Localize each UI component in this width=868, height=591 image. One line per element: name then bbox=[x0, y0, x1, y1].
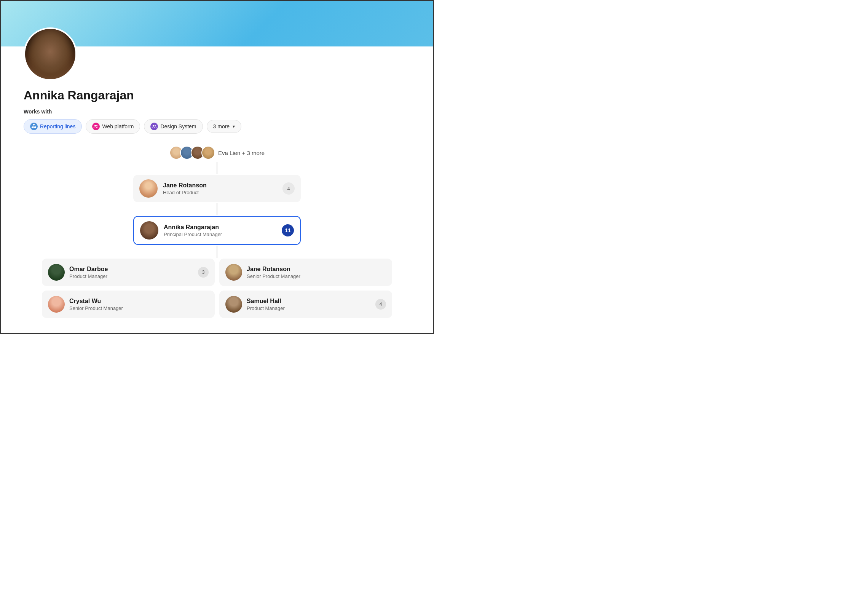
samuel-info: Samuel Hall Product Manager bbox=[247, 298, 375, 311]
svg-rect-3 bbox=[35, 127, 37, 128]
current-badge: 11 bbox=[282, 224, 294, 236]
current-avatar bbox=[140, 221, 158, 240]
report-card-samuel[interactable]: Samuel Hall Product Manager 4 bbox=[219, 291, 392, 318]
samuel-title: Product Manager bbox=[247, 305, 375, 311]
profile-avatar bbox=[24, 27, 77, 81]
chip-web-platform[interactable]: Web platform bbox=[86, 119, 140, 134]
top-group-avatars bbox=[169, 146, 215, 160]
chip-design-system-label: Design System bbox=[160, 123, 196, 129]
svg-point-12 bbox=[155, 125, 156, 126]
top-group-label: Eva Lien + 3 more bbox=[218, 150, 265, 156]
crystal-info: Crystal Wu Senior Product Manager bbox=[69, 298, 209, 311]
chip-reporting-lines-label: Reporting lines bbox=[40, 123, 75, 129]
manager-badge: 4 bbox=[282, 182, 295, 195]
profile-section: Annika Rangarajan Works with Reporting l… bbox=[1, 46, 433, 134]
manager-title: Head of Product bbox=[163, 190, 282, 195]
top-group-row[interactable]: Eva Lien + 3 more bbox=[169, 146, 265, 160]
crystal-avatar bbox=[48, 296, 65, 313]
connector-1 bbox=[217, 162, 217, 174]
samuel-badge: 4 bbox=[375, 299, 386, 310]
jane2-info: Jane Rotanson Senior Product Manager bbox=[247, 266, 386, 279]
connector-2 bbox=[217, 203, 217, 215]
svg-rect-1 bbox=[32, 127, 33, 128]
omar-info: Omar Darboe Product Manager bbox=[69, 266, 198, 279]
report-card-jane2[interactable]: Jane Rotanson Senior Product Manager bbox=[219, 259, 392, 286]
report-card-omar[interactable]: Omar Darboe Product Manager 3 bbox=[42, 259, 215, 286]
samuel-avatar bbox=[225, 296, 242, 313]
current-name: Annika Rangarajan bbox=[164, 224, 282, 231]
omar-title: Product Manager bbox=[69, 273, 198, 279]
mini-avatar-4 bbox=[201, 146, 215, 160]
svg-rect-2 bbox=[34, 127, 35, 128]
people-icon bbox=[92, 123, 100, 130]
chip-reporting-lines[interactable]: Reporting lines bbox=[24, 119, 82, 134]
chip-design-system[interactable]: Design System bbox=[144, 119, 203, 134]
svg-point-10 bbox=[96, 125, 97, 126]
jane2-avatar bbox=[225, 264, 242, 281]
org-chart: Eva Lien + 3 more Jane Rotanson Head of … bbox=[1, 146, 433, 333]
svg-point-11 bbox=[153, 125, 154, 126]
org-icon bbox=[30, 123, 38, 130]
people-purple-icon bbox=[150, 123, 158, 130]
person-name: Annika Rangarajan bbox=[24, 88, 410, 102]
samuel-name: Samuel Hall bbox=[247, 298, 375, 305]
chevron-down-icon: ▾ bbox=[233, 124, 235, 129]
jane2-name: Jane Rotanson bbox=[247, 266, 386, 273]
current-title: Principal Product Manager bbox=[164, 232, 282, 237]
jane2-title: Senior Product Manager bbox=[247, 273, 386, 279]
works-with-label: Works with bbox=[24, 109, 410, 115]
crystal-title: Senior Product Manager bbox=[69, 305, 209, 311]
direct-reports-grid: Omar Darboe Product Manager 3 Jane Rotan… bbox=[42, 259, 392, 318]
report-card-crystal[interactable]: Crystal Wu Senior Product Manager bbox=[42, 291, 215, 318]
chip-web-platform-label: Web platform bbox=[102, 123, 134, 129]
connector-3 bbox=[217, 246, 217, 258]
omar-avatar bbox=[48, 264, 65, 281]
omar-name: Omar Darboe bbox=[69, 266, 198, 273]
current-info: Annika Rangarajan Principal Product Mana… bbox=[164, 224, 282, 237]
svg-point-9 bbox=[94, 125, 96, 126]
omar-badge: 3 bbox=[198, 267, 209, 278]
chip-more-label: 3 more bbox=[213, 123, 230, 129]
chip-more[interactable]: 3 more ▾ bbox=[207, 120, 242, 133]
manager-name: Jane Rotanson bbox=[163, 182, 282, 189]
manager-card[interactable]: Jane Rotanson Head of Product 4 bbox=[133, 175, 301, 202]
manager-info: Jane Rotanson Head of Product bbox=[163, 182, 282, 195]
manager-avatar bbox=[139, 179, 158, 198]
svg-rect-0 bbox=[33, 124, 35, 125]
current-person-card[interactable]: Annika Rangarajan Principal Product Mana… bbox=[133, 216, 301, 245]
crystal-name: Crystal Wu bbox=[69, 298, 209, 305]
chips-row: Reporting lines Web platform bbox=[24, 119, 410, 134]
